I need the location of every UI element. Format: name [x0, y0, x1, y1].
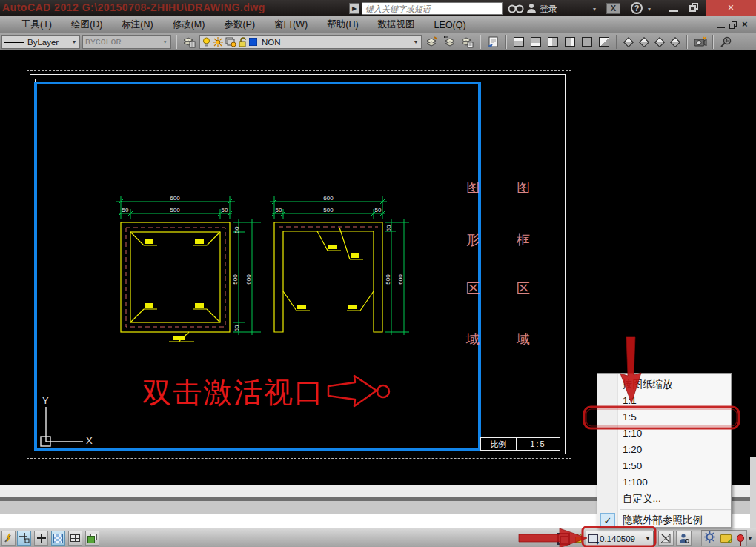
menu-window[interactable]: 窗口(W)	[265, 19, 317, 31]
camera-icon[interactable]	[692, 35, 708, 50]
menu-bar: 工具(T) 绘图(D) 标注(N) 修改(M) 参数(P) 窗口(W) 帮助(H…	[0, 16, 756, 33]
previous-layer-icon[interactable]	[442, 35, 457, 50]
view-ne-iso-icon[interactable]	[654, 36, 665, 47]
paper-space-icon[interactable]	[85, 531, 99, 546]
make-layer-current-icon[interactable]	[424, 35, 440, 50]
viewport-scale-menu: 按图纸缩放 1:1 1:5 1:10 1:20 1:50 1:100 自定义..…	[597, 373, 732, 528]
hide-xref-scales-option[interactable]: ✓ 隐藏外部参照比例	[597, 512, 731, 528]
annotation-visibility-icon[interactable]	[676, 531, 692, 546]
menu-help[interactable]: 帮助(H)	[317, 19, 368, 31]
view-sw-iso-icon[interactable]	[623, 36, 634, 47]
minimize-button[interactable]	[669, 10, 678, 12]
menu-separator	[620, 509, 731, 510]
view-left-icon[interactable]	[548, 37, 558, 47]
doc-close-button[interactable]: ×	[742, 19, 748, 30]
search-binoculars-icon[interactable]	[508, 2, 524, 17]
infer-constraints-icon[interactable]	[1, 531, 16, 546]
signin-caret-icon[interactable]: ▾	[593, 6, 596, 13]
grid-display-icon[interactable]	[51, 531, 65, 546]
combo-arrow-icon: ▾	[413, 39, 419, 45]
doc-minimize-button[interactable]	[717, 27, 725, 28]
color-value: BYCOLOR	[85, 37, 121, 47]
help-caret-icon[interactable]: ▾	[648, 6, 651, 13]
signin-label[interactable]: 登录	[540, 3, 557, 16]
maximize-viewport-icon[interactable]	[557, 533, 570, 545]
menu-parametric[interactable]: 参数(P)	[214, 19, 265, 31]
view-right-icon[interactable]	[565, 37, 575, 47]
view-top-icon[interactable]	[514, 37, 524, 47]
plot-status-icon[interactable]	[720, 534, 732, 543]
doc-restore-button[interactable]	[729, 21, 737, 29]
toolbar-separator	[480, 35, 481, 49]
linetype-combo[interactable]: ByLayer ▾	[1, 35, 80, 49]
zoom-previous-icon[interactable]	[718, 35, 734, 50]
search-input[interactable]	[362, 2, 503, 15]
scale-option-custom[interactable]: 自定义...	[597, 491, 731, 507]
hide-xref-scales-label: 隐藏外部参照比例	[623, 514, 703, 526]
close-button[interactable]: ×	[706, 0, 756, 16]
menu-leo[interactable]: LEO(Q)	[425, 20, 476, 30]
toolbar: ByLayer ▾ BYCOLOR ▾ NON ▾	[0, 33, 756, 50]
linetype-value: ByLayer	[27, 38, 59, 47]
view-nw-iso-icon[interactable]	[670, 36, 680, 47]
scale-option-1-5[interactable]: 1:5	[597, 409, 731, 425]
viewport-lock-icon[interactable]	[575, 537, 582, 543]
layer-vp-freeze-icon	[225, 37, 236, 47]
viewport-scale-value: 0.140509	[600, 534, 635, 543]
region-label-frame: 域	[516, 332, 531, 347]
region-label-viewport: 区	[465, 281, 480, 296]
scale-option-1-1[interactable]: 1:1	[597, 393, 731, 409]
toolbar-separator	[505, 35, 507, 49]
viewport-tip-annotation: 双击激活视口	[142, 373, 325, 413]
scale-option-1-20[interactable]: 1:20	[597, 442, 731, 458]
checkmark-icon: ✓	[600, 513, 615, 528]
exchange-apps-icon[interactable]: X	[606, 3, 620, 14]
view-se-iso-icon[interactable]	[639, 36, 649, 47]
scale-dropdown-arrow-icon: ▼	[645, 535, 651, 542]
restore-button[interactable]	[689, 3, 699, 13]
tray-balloon-icon[interactable]	[737, 534, 744, 542]
paper-sheets-icon	[87, 534, 98, 543]
menu-dataview[interactable]: 数据视图	[368, 19, 425, 31]
layer-properties-icon[interactable]	[182, 35, 197, 50]
user-icon[interactable]	[525, 2, 537, 17]
menu-draw[interactable]: 绘图(D)	[62, 19, 112, 31]
annotation-scale-sync-icon[interactable]	[658, 531, 674, 546]
snap-mode-icon[interactable]	[17, 531, 31, 546]
color-combo[interactable]: BYCOLOR ▾	[82, 35, 171, 49]
viewport-scale-icon	[588, 534, 598, 543]
infocenter-expand-icon[interactable]: ▶	[349, 3, 359, 14]
menu-tools[interactable]: 工具(T)	[12, 19, 62, 31]
toolbar-separator	[686, 35, 688, 49]
restore-icon	[689, 5, 696, 12]
region-label-frame: 图	[516, 180, 531, 195]
region-label-frame: 区	[516, 281, 531, 296]
layer-states-icon[interactable]	[460, 35, 475, 50]
titleblock-scale-value: 1:5	[517, 438, 560, 450]
status-overflow-caret-icon[interactable]: ▾	[749, 535, 752, 542]
ortho-mode-icon[interactable]	[68, 531, 82, 546]
window-title: AutoCAD 2012 G:\20150708-ZHIHU\DRAWING.d…	[2, 1, 265, 13]
grid-snap-icon[interactable]	[34, 531, 48, 546]
named-views-icon[interactable]	[485, 35, 501, 50]
layer-color-icon	[249, 38, 257, 46]
view-front-icon[interactable]	[582, 37, 592, 47]
help-icon[interactable]: ?	[631, 2, 643, 14]
titleblock-label: 比例	[481, 438, 517, 450]
menu-dimension[interactable]: 标注(N)	[112, 19, 162, 31]
layer-combo[interactable]: NON ▾	[199, 35, 422, 49]
combo-arrow-icon: ▾	[71, 39, 77, 45]
scrollbar-edge[interactable]	[750, 457, 756, 528]
layer-freeze-sun-icon	[213, 37, 223, 47]
combo-arrow-icon: ▾	[162, 39, 168, 45]
scale-option-1-100[interactable]: 1:100	[597, 474, 731, 491]
scale-option-1-50[interactable]: 1:50	[597, 458, 731, 474]
scale-option-1-10[interactable]: 1:10	[597, 425, 731, 442]
view-bottom-icon[interactable]	[531, 37, 541, 47]
tray-settings-icon[interactable]	[704, 531, 715, 546]
view-back-icon[interactable]	[599, 37, 609, 47]
linetype-sample-icon	[4, 42, 24, 43]
viewport-scale-button[interactable]: 0.140509 ▼	[586, 531, 654, 546]
scale-option-fit[interactable]: 按图纸缩放	[597, 377, 731, 393]
menu-modify[interactable]: 修改(M)	[163, 19, 215, 31]
